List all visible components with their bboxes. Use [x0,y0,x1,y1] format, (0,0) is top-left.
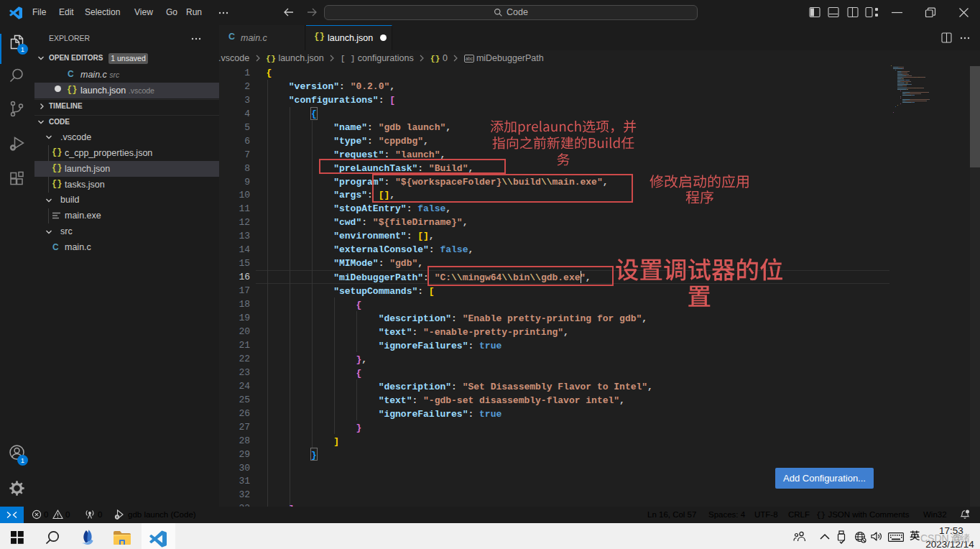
svg-text:abc: abc [466,56,473,61]
